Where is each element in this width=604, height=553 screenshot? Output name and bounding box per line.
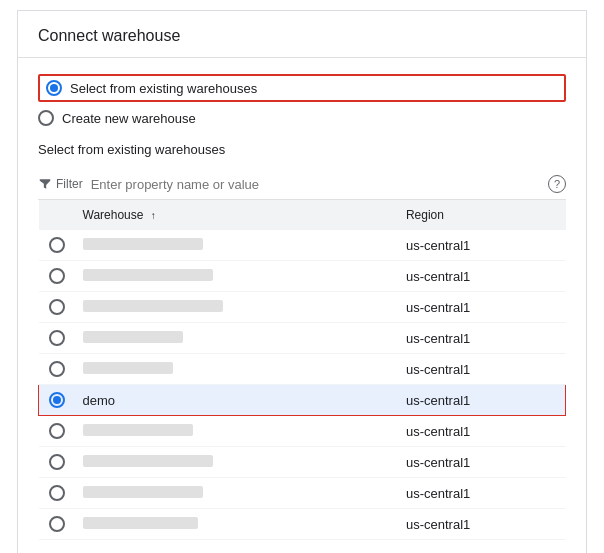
radio-unselected[interactable]: [49, 237, 65, 253]
radio-new-label: Create new warehouse: [62, 111, 196, 126]
filter-label: Filter: [56, 177, 83, 191]
row-region-cell: us-central1: [398, 292, 566, 323]
table-row[interactable]: hiddenus-central1: [39, 323, 566, 354]
table-body: hiddenus-central1hiddenus-central1hidden…: [39, 230, 566, 540]
row-region-cell: us-central1: [398, 447, 566, 478]
radio-unselected[interactable]: [49, 423, 65, 439]
radio-option-existing[interactable]: Select from existing warehouses: [38, 74, 566, 102]
table-row[interactable]: hiddenus-central1: [39, 416, 566, 447]
col-region-label: Region: [406, 208, 444, 222]
row-radio-cell: [39, 478, 75, 509]
row-warehouse-cell: hidden: [75, 478, 398, 509]
table-row[interactable]: hiddenus-central1: [39, 230, 566, 261]
row-radio-cell: [39, 509, 75, 540]
row-region-cell: us-central1: [398, 230, 566, 261]
warehouse-table: Warehouse ↑ Region hiddenus-central1hidd…: [38, 200, 566, 540]
radio-selected[interactable]: [49, 392, 65, 408]
radio-group: Select from existing warehouses Create n…: [38, 74, 566, 126]
dialog-body: Select from existing warehouses Create n…: [18, 58, 586, 553]
radio-option-new[interactable]: Create new warehouse: [38, 110, 566, 126]
row-radio-cell: [39, 416, 75, 447]
row-radio-cell: [39, 354, 75, 385]
row-radio-cell: [39, 230, 75, 261]
radio-unselected[interactable]: [49, 485, 65, 501]
row-region-cell: us-central1: [398, 509, 566, 540]
filter-icon-group: Filter: [38, 177, 83, 191]
table-row[interactable]: hiddenus-central1: [39, 447, 566, 478]
row-warehouse-cell: hidden: [75, 292, 398, 323]
row-warehouse-cell: hidden: [75, 261, 398, 292]
row-region-cell: us-central1: [398, 354, 566, 385]
table-row[interactable]: demous-central1: [39, 385, 566, 416]
row-region-cell: us-central1: [398, 416, 566, 447]
section-title: Select from existing warehouses: [38, 142, 566, 157]
col-region: Region: [398, 200, 566, 230]
col-warehouse-label: Warehouse: [83, 208, 144, 222]
table-row[interactable]: hiddenus-central1: [39, 509, 566, 540]
radio-unselected[interactable]: [49, 516, 65, 532]
radio-unselected[interactable]: [49, 361, 65, 377]
filter-icon: [38, 177, 52, 191]
row-region-cell: us-central1: [398, 478, 566, 509]
table-row[interactable]: hiddenus-central1: [39, 478, 566, 509]
row-warehouse-cell: demo: [75, 385, 398, 416]
help-icon[interactable]: ?: [548, 175, 566, 193]
col-warehouse[interactable]: Warehouse ↑: [75, 200, 398, 230]
row-warehouse-cell: hidden: [75, 447, 398, 478]
row-region-cell: us-central1: [398, 261, 566, 292]
dialog-header: Connect warehouse: [18, 11, 586, 58]
row-radio-cell: [39, 447, 75, 478]
row-radio-cell: [39, 323, 75, 354]
radio-existing-label: Select from existing warehouses: [70, 81, 257, 96]
radio-unselected[interactable]: [49, 454, 65, 470]
table-row[interactable]: hiddenus-central1: [39, 261, 566, 292]
radio-unselected[interactable]: [49, 299, 65, 315]
radio-existing-input[interactable]: [46, 80, 62, 96]
connect-warehouse-dialog: Connect warehouse Select from existing w…: [17, 10, 587, 553]
dialog-title: Connect warehouse: [38, 27, 566, 45]
table-row[interactable]: hiddenus-central1: [39, 354, 566, 385]
radio-unselected[interactable]: [49, 268, 65, 284]
filter-input[interactable]: [91, 177, 540, 192]
row-radio-cell: [39, 385, 75, 416]
row-warehouse-cell: hidden: [75, 230, 398, 261]
sort-asc-icon: ↑: [151, 210, 156, 221]
row-warehouse-cell: hidden: [75, 354, 398, 385]
row-warehouse-cell: hidden: [75, 509, 398, 540]
table-row[interactable]: hiddenus-central1: [39, 292, 566, 323]
row-radio-cell: [39, 261, 75, 292]
filter-bar: Filter ?: [38, 169, 566, 200]
row-region-cell: us-central1: [398, 385, 566, 416]
radio-unselected[interactable]: [49, 330, 65, 346]
row-warehouse-cell: hidden: [75, 416, 398, 447]
row-radio-cell: [39, 292, 75, 323]
col-radio: [39, 200, 75, 230]
pagination: Rows per page: 10 25 50 1 – 10 of 39 ‹ ›: [38, 540, 566, 553]
row-warehouse-cell: hidden: [75, 323, 398, 354]
row-region-cell: us-central1: [398, 323, 566, 354]
radio-new-input[interactable]: [38, 110, 54, 126]
table-header-row: Warehouse ↑ Region: [39, 200, 566, 230]
